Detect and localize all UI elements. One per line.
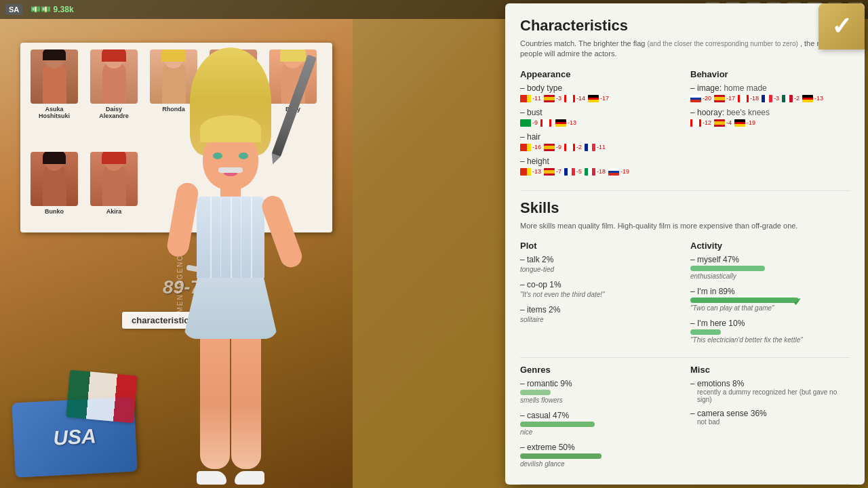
flag-ca bbox=[564, 95, 575, 102]
flag-es-ht bbox=[544, 168, 555, 176]
main-character-display bbox=[156, 54, 305, 488]
body-type-attr: body type -11 -3 -14 -17 bbox=[520, 83, 679, 102]
genre-extreme-name: extreme 50% bbox=[520, 443, 679, 452]
genre-casual-bar bbox=[520, 422, 595, 427]
image-label: image: home made bbox=[690, 83, 850, 93]
bust-label: bust bbox=[520, 108, 679, 117]
body-type-flags: -11 -3 -14 -17 bbox=[520, 95, 679, 102]
skill-imin-desc: "Two can play at that game" bbox=[690, 304, 850, 312]
flag-fr-ht bbox=[564, 168, 575, 176]
skill-myself-desc: enthusiastically bbox=[690, 272, 850, 280]
behavior-title: Behavior bbox=[690, 69, 850, 79]
characteristics-subtitle: Countries match. The brighter the flag (… bbox=[520, 39, 850, 60]
genre-romantic-name: romantic 9% bbox=[520, 379, 679, 388]
flag-de-img bbox=[802, 95, 813, 102]
confirm-button[interactable]: ✓ bbox=[818, 3, 865, 49]
genres-column: Genres romantic 9% smells flowers casual… bbox=[520, 365, 679, 474]
confirm-checkmark: ✓ bbox=[831, 14, 852, 39]
flag-br bbox=[520, 119, 531, 127]
genre-romantic-bar bbox=[520, 390, 551, 395]
flag-ru-ht bbox=[608, 168, 619, 176]
misc-camera: camera sense 36% not bad bbox=[690, 409, 850, 426]
skill-myself: myself 47% enthusiastically bbox=[690, 255, 850, 280]
flag-mx-img bbox=[782, 95, 793, 102]
flag-item: -3 bbox=[544, 95, 561, 102]
skills-title: Skills bbox=[520, 199, 850, 217]
height-label: height bbox=[520, 157, 679, 166]
flag-item: -20 bbox=[690, 95, 711, 102]
sa-badge: SA bbox=[5, 4, 22, 15]
char-arm-left bbox=[165, 181, 200, 258]
characteristics-section: Characteristics Countries match. The bri… bbox=[520, 17, 850, 181]
skill-imin-name: I'm in 89% bbox=[690, 287, 850, 296]
image-attr: image: home made -20 -17 -18 -3 -2 -13 bbox=[690, 83, 850, 102]
char-choker bbox=[218, 167, 243, 173]
flag-de bbox=[588, 95, 599, 102]
height-attr: height -13 -7 -5 -18 -19 bbox=[520, 157, 679, 176]
misc-camera-desc: not bad bbox=[697, 418, 850, 426]
flag-item: -9 bbox=[520, 119, 538, 127]
char-torso bbox=[197, 197, 264, 278]
hooray-label: hooray: bee's knees bbox=[690, 108, 850, 117]
genre-extreme: extreme 50% devilish glance bbox=[520, 443, 679, 468]
appearance-column: Appearance body type -11 -3 -14 -17 bust bbox=[520, 69, 679, 181]
genre-romantic: romantic 9% smells flowers bbox=[520, 379, 679, 404]
flag-item: -19 bbox=[608, 168, 629, 176]
flag-ru-img bbox=[690, 95, 701, 102]
skill-talk-name: talk 2% bbox=[520, 255, 679, 264]
char-avatar-akira bbox=[90, 152, 138, 206]
flag-item bbox=[540, 119, 553, 127]
char-avatar-daisy bbox=[90, 49, 138, 104]
misc-emotions: emotions 8% recently a dummy recognized … bbox=[690, 379, 850, 403]
skill-items-desc: solitaire bbox=[520, 316, 679, 323]
appearance-title: Appearance bbox=[520, 69, 679, 79]
skill-coop-desc: "It's not even the third date!" bbox=[520, 291, 679, 298]
flag-es-img bbox=[714, 95, 725, 102]
flag-item: -16 bbox=[520, 144, 541, 151]
skill-myself-bar bbox=[690, 266, 765, 271]
flag-item: -14 bbox=[564, 95, 585, 102]
left-panel: AsukaHoshitsuki DaisyAlexandre bbox=[0, 19, 353, 488]
flag-cn-hair bbox=[520, 144, 531, 151]
flag-fr-hair bbox=[585, 144, 595, 151]
flag-item: -4 bbox=[714, 119, 732, 127]
skill-items-name: items 2% bbox=[520, 305, 679, 314]
plot-column: Plot talk 2% tongue-tied co-op 1% "It's … bbox=[520, 241, 679, 350]
flag-item: -9 bbox=[544, 144, 561, 151]
flag-item: -11 bbox=[585, 144, 606, 151]
skill-imhere: I'm here 10% "This electrician'd better … bbox=[690, 319, 850, 344]
flag-es bbox=[544, 95, 555, 102]
skill-items: items 2% solitaire bbox=[520, 305, 679, 323]
char-hair-front bbox=[200, 115, 261, 142]
misc-emotions-name: emotions 8% bbox=[690, 379, 850, 388]
genre-romantic-desc: smells flowers bbox=[520, 396, 679, 404]
hair-label: hair bbox=[520, 132, 679, 142]
skill-coop-name: co-op 1% bbox=[520, 280, 679, 289]
char-avatar-bunko bbox=[31, 152, 78, 206]
char-name-akira: Akira bbox=[87, 208, 141, 215]
flag-de-hr bbox=[734, 119, 745, 127]
body-type-label: body type bbox=[520, 83, 679, 93]
char-card-asuka[interactable]: AsukaHoshitsuki bbox=[27, 49, 81, 130]
misc-column: Misc emotions 8% recently a dummy recogn… bbox=[690, 365, 850, 474]
skill-imhere-name: I'm here 10% bbox=[690, 319, 850, 328]
misc-title: Misc bbox=[690, 365, 850, 375]
activity-title: Activity bbox=[690, 241, 850, 251]
flag-item: -18 bbox=[585, 168, 606, 176]
flag-ca-bust bbox=[540, 119, 551, 127]
flag-ca-hair bbox=[564, 144, 575, 151]
bust-flags: -9 -13 bbox=[520, 119, 679, 127]
skill-talk: talk 2% tongue-tied bbox=[520, 255, 679, 273]
genre-extreme-bar bbox=[520, 453, 601, 459]
char-avatar-asuka bbox=[31, 49, 78, 104]
behavior-column: Behavior image: home made -20 -17 -18 -3… bbox=[690, 69, 850, 181]
char-card-akira[interactable]: Akira bbox=[87, 152, 141, 226]
activity-column: Activity myself 47% enthusiastically I'm… bbox=[690, 241, 850, 350]
char-name-daisy: DaisyAlexandre bbox=[87, 106, 141, 119]
characteristics-columns: Appearance body type -11 -3 -14 -17 bust bbox=[520, 69, 850, 181]
char-card-daisy[interactable]: DaisyAlexandre bbox=[87, 49, 141, 130]
genre-casual-desc: nice bbox=[520, 428, 679, 436]
char-card-bunko[interactable]: Bunko bbox=[27, 152, 81, 226]
skill-imhere-bar bbox=[690, 329, 721, 335]
skill-talk-desc: tongue-tied bbox=[520, 266, 679, 273]
